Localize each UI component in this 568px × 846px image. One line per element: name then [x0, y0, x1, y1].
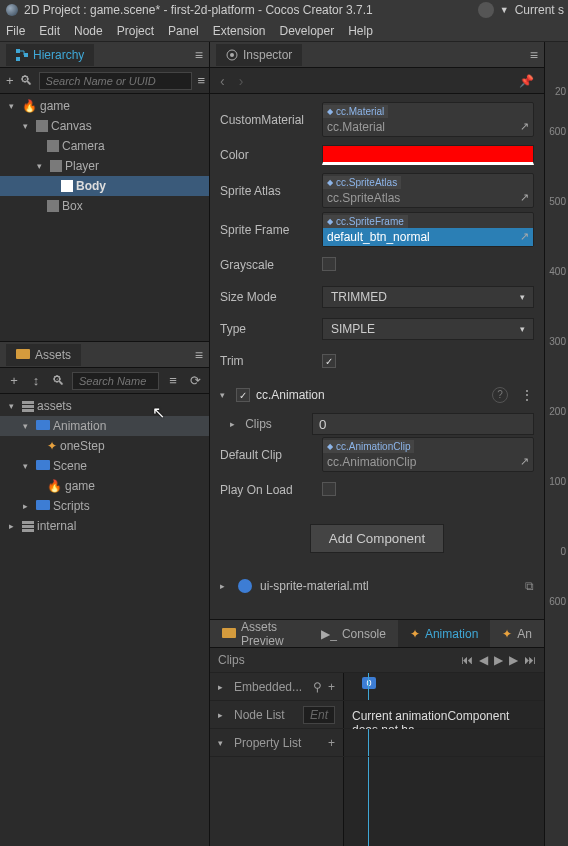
hierarchy-search-input[interactable] — [39, 72, 192, 90]
skip-end-icon[interactable]: ⏭ — [524, 653, 536, 667]
expand-arrow-icon[interactable]: ▸ — [218, 682, 228, 692]
link-icon[interactable]: ↗ — [520, 120, 529, 133]
hierarchy-node[interactable]: ▾Canvas — [0, 116, 209, 136]
menu-developer[interactable]: Developer — [279, 24, 334, 38]
link-icon[interactable]: ↗ — [520, 455, 529, 468]
skip-start-icon[interactable]: ⏮ — [461, 653, 473, 667]
list-icon[interactable]: ≡ — [198, 73, 206, 88]
menu-node[interactable]: Node — [74, 24, 103, 38]
chevron-down-icon[interactable]: ▼ — [500, 5, 509, 15]
menu-panel[interactable]: Panel — [168, 24, 199, 38]
link-icon[interactable]: ↗ — [520, 191, 529, 204]
expand-arrow-icon[interactable]: ▾ — [220, 390, 230, 400]
component-menu-icon[interactable]: ⋮ — [520, 387, 534, 403]
add-asset-button[interactable]: + — [6, 373, 22, 388]
tab-inspector[interactable]: Inspector — [216, 44, 302, 66]
expand-arrow-icon[interactable]: ▸ — [218, 710, 228, 720]
search-icon[interactable]: 🔍︎ — [20, 73, 33, 88]
keyframe-marker[interactable]: 0 — [362, 677, 376, 689]
default-clip-field[interactable]: cc.AnimationClip cc.AnimationClip ↗ — [322, 437, 534, 472]
panel-menu-icon[interactable]: ≡ — [195, 47, 203, 63]
panel-menu-icon[interactable]: ≡ — [195, 347, 203, 363]
hierarchy-node[interactable]: Camera — [0, 136, 209, 156]
play-icon[interactable]: ▶ — [494, 653, 503, 667]
clips-count-input[interactable] — [312, 413, 534, 435]
add-property-icon[interactable]: + — [328, 736, 335, 750]
expand-arrow-icon[interactable]: ▾ — [9, 401, 19, 411]
asset-item[interactable]: ▸Scripts — [0, 496, 209, 516]
next-frame-icon[interactable]: ▶ — [509, 653, 518, 667]
menu-edit[interactable]: Edit — [39, 24, 60, 38]
hierarchy-node[interactable]: ▾Player — [0, 156, 209, 176]
expand-arrow-icon[interactable]: ▾ — [9, 101, 19, 111]
component-enabled-checkbox[interactable]: ✓ — [236, 388, 250, 402]
type-select[interactable]: SIMPLE▾ — [322, 318, 534, 340]
lock-icon[interactable]: ⚲ — [313, 680, 322, 694]
tab-animation[interactable]: ✦Animation — [398, 620, 490, 647]
search-icon[interactable]: 🔍︎ — [50, 373, 66, 388]
tab-assets-preview[interactable]: Assets Preview — [210, 620, 309, 647]
expand-arrow-icon[interactable]: ▾ — [23, 121, 33, 131]
sprite-frame-field[interactable]: cc.SpriteFrame default_btn_normal ↗ — [322, 212, 534, 247]
asset-item[interactable]: ▾Animation — [0, 416, 209, 436]
tab-hierarchy[interactable]: Hierarchy — [6, 44, 94, 66]
trim-checkbox[interactable]: ✓ — [322, 354, 336, 368]
expand-arrow-icon[interactable]: ▾ — [23, 461, 33, 471]
menu-project[interactable]: Project — [117, 24, 154, 38]
asset-item[interactable]: ▾assets — [0, 396, 209, 416]
asset-item[interactable]: 🔥game — [0, 476, 209, 496]
component-header-animation[interactable]: ▾ ✓ cc.Animation ? ⋮ — [220, 383, 534, 407]
playhead[interactable] — [368, 673, 369, 700]
expand-arrow-icon[interactable]: ▸ — [23, 501, 33, 511]
preview-globe-icon[interactable] — [478, 2, 494, 18]
tab-assets[interactable]: Assets — [6, 344, 81, 366]
property-list-label: Property List — [234, 736, 301, 750]
grayscale-checkbox[interactable] — [322, 257, 336, 271]
playhead[interactable] — [368, 757, 369, 846]
asset-item[interactable]: ▸internal — [0, 516, 209, 536]
tab-animation-2[interactable]: ✦An — [490, 620, 544, 647]
expand-arrow-icon[interactable]: ▾ — [23, 421, 33, 431]
assets-search-input[interactable] — [72, 372, 159, 390]
pin-icon[interactable]: 📌 — [519, 74, 534, 88]
custom-material-field[interactable]: cc.Material cc.Material ↗ — [322, 102, 534, 137]
timeline-ruler[interactable]: 0 — [344, 673, 544, 700]
add-node-button[interactable]: + — [6, 73, 14, 88]
node-list-input[interactable]: Ent — [303, 706, 335, 724]
expand-arrow-icon[interactable]: ▸ — [230, 419, 237, 429]
prev-frame-icon[interactable]: ◀ — [479, 653, 488, 667]
asset-item[interactable]: ▾Scene — [0, 456, 209, 476]
menu-file[interactable]: File — [6, 24, 25, 38]
tab-console[interactable]: ▶_Console — [309, 620, 398, 647]
expand-arrow-icon[interactable]: ▸ — [220, 581, 230, 591]
hierarchy-node[interactable]: Box — [0, 196, 209, 216]
expand-arrow-icon[interactable]: ▾ — [218, 738, 228, 748]
asset-item[interactable]: ✦oneStep — [0, 436, 209, 456]
sort-icon[interactable]: ↕ — [28, 373, 44, 388]
nav-back-icon[interactable]: ‹ — [220, 73, 225, 89]
menu-extension[interactable]: Extension — [213, 24, 266, 38]
hierarchy-node[interactable]: Body — [0, 176, 209, 196]
help-icon[interactable]: ? — [492, 387, 508, 403]
link-icon[interactable]: ↗ — [520, 230, 529, 243]
nav-forward-icon[interactable]: › — [239, 73, 244, 89]
playhead[interactable] — [368, 729, 369, 756]
filter-icon[interactable]: ≡ — [165, 373, 181, 388]
expand-arrow-icon[interactable]: ▸ — [9, 521, 19, 531]
menu-help[interactable]: Help — [348, 24, 373, 38]
size-mode-select[interactable]: TRIMMED▾ — [322, 286, 534, 308]
timeline-area[interactable] — [344, 729, 544, 756]
copy-icon[interactable]: ⧉ — [525, 579, 534, 593]
preview-mode-label[interactable]: Current s — [515, 3, 564, 17]
material-name[interactable]: ui-sprite-material.mtl — [260, 579, 369, 593]
timeline-area[interactable] — [344, 757, 544, 846]
panel-menu-icon[interactable]: ≡ — [530, 47, 538, 63]
add-icon[interactable]: + — [328, 680, 335, 694]
play-on-load-checkbox[interactable] — [322, 482, 336, 496]
hierarchy-node[interactable]: ▾🔥game — [0, 96, 209, 116]
sprite-atlas-field[interactable]: cc.SpriteAtlas cc.SpriteAtlas ↗ — [322, 173, 534, 208]
expand-arrow-icon[interactable]: ▾ — [37, 161, 47, 171]
color-picker[interactable] — [322, 145, 534, 165]
refresh-icon[interactable]: ⟳ — [187, 373, 203, 388]
add-component-button[interactable]: Add Component — [310, 524, 444, 553]
